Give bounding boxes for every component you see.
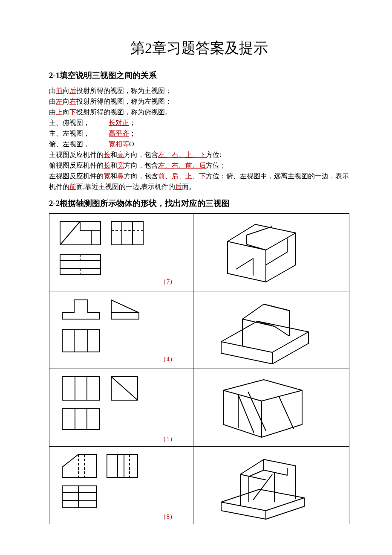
blank: 后 bbox=[175, 183, 182, 190]
txt: 方位: bbox=[206, 151, 221, 158]
blank: 长 bbox=[104, 162, 110, 169]
answer-number: （7） bbox=[54, 278, 189, 286]
three-view-diagram-1 bbox=[54, 218, 152, 278]
blank: 右 bbox=[69, 98, 76, 105]
txt: ； bbox=[129, 119, 136, 126]
txt: 向 bbox=[63, 87, 69, 94]
txt: 向 bbox=[63, 98, 69, 105]
isometric-cell bbox=[193, 214, 349, 291]
answer-number: （1） bbox=[54, 435, 189, 443]
three-view-diagram-4 bbox=[54, 451, 152, 513]
line-8: 俯视图反应机件的长和宽方向，包含左、右、前、后方位； bbox=[49, 160, 349, 171]
line-3: 由上向下投射所得的视图，称为俯视图。 bbox=[49, 107, 349, 117]
svg-rect-31 bbox=[78, 493, 96, 500]
blank: 左、右、前、后 bbox=[158, 162, 206, 169]
blank: 高平齐 bbox=[109, 130, 129, 137]
matching-table: （7） bbox=[49, 213, 349, 524]
line-9: 左视图反应机件的宽和鼻方向，包含前、后、上、下方位；俯、左视图中，远离主视图的一… bbox=[49, 171, 349, 192]
txt: 和 bbox=[110, 172, 117, 180]
txt: 投射所得的视图，称为左视图； bbox=[76, 98, 172, 105]
blank: 后 bbox=[69, 87, 76, 94]
blank: 左、右、上、下 bbox=[158, 151, 206, 158]
txt: O bbox=[129, 140, 134, 148]
txt: 由 bbox=[49, 98, 56, 105]
svg-rect-24 bbox=[107, 454, 138, 477]
views-cell: （7） bbox=[49, 214, 193, 291]
txt: 主、左视图， bbox=[49, 130, 90, 137]
document-page: 第2章习题答案及提示 2-1填空说明三视图之间的关系 由前向后投射所得的视图，称… bbox=[0, 0, 392, 541]
blank: 宽 bbox=[117, 162, 124, 169]
answer-block-2-1: 由前向后投射所得的视图，称为主视图； 由左向右投射所得的视图，称为左视图； 由上… bbox=[49, 85, 349, 192]
txt: 方向，包含 bbox=[124, 172, 158, 180]
txt: 投射所得的视图，称为俯视图。 bbox=[76, 108, 172, 116]
page-title: 第2章习题答案及提示 bbox=[49, 38, 349, 58]
views-cell: （8） bbox=[49, 447, 193, 524]
svg-line-1 bbox=[60, 221, 80, 245]
section-heading-2-1: 2-1填空说明三视图之间的关系 bbox=[49, 70, 349, 81]
blank: 前、后、上、下 bbox=[158, 172, 206, 180]
heading-text: 根据轴测图所示物体的形状，找出对应的三视图 bbox=[60, 199, 230, 208]
txt: 由 bbox=[49, 108, 56, 116]
line-5: 主、左视图，高平齐； bbox=[49, 128, 349, 139]
svg-line-18 bbox=[111, 377, 138, 400]
views-cell: （1） bbox=[49, 369, 193, 447]
isometric-cell bbox=[193, 291, 349, 369]
isometric-diagram-2 bbox=[198, 296, 326, 364]
blank: 宽 bbox=[104, 172, 110, 180]
isometric-cell bbox=[193, 369, 349, 447]
isometric-diagram-1 bbox=[198, 218, 326, 286]
heading-number: 2-2 bbox=[49, 199, 60, 208]
txt: 面;靠近主视图的一边,表示机件的 bbox=[76, 183, 175, 190]
txt: 方位； bbox=[206, 162, 226, 169]
txt: 左视图反应机件的 bbox=[49, 172, 104, 180]
table-row: （8） bbox=[49, 447, 349, 524]
blank: 高 bbox=[117, 151, 124, 158]
section-heading-2-2: 2-2根据轴测图所示物体的形状，找出对应的三视图 bbox=[49, 198, 349, 209]
svg-rect-6 bbox=[60, 254, 101, 275]
isometric-cell bbox=[193, 447, 349, 524]
heading-number: 2-1 bbox=[49, 71, 60, 80]
txt: 俯视图反应机件的 bbox=[49, 162, 104, 169]
three-view-diagram-3 bbox=[54, 373, 152, 435]
line-2: 由左向右投射所得的视图，称为左视图； bbox=[49, 96, 349, 107]
line-1: 由前向后投射所得的视图，称为主视图； bbox=[49, 85, 349, 96]
txt: 方向，包含 bbox=[124, 151, 158, 158]
txt: 主视图反应机件的 bbox=[49, 151, 104, 158]
txt: 俯、左视图， bbox=[49, 140, 90, 148]
blank: 长 bbox=[104, 151, 110, 158]
txt: 面。 bbox=[182, 183, 196, 190]
svg-rect-14 bbox=[62, 377, 100, 400]
txt: 向 bbox=[63, 108, 69, 116]
txt: 和 bbox=[110, 151, 117, 158]
answer-number: （8） bbox=[54, 513, 189, 521]
txt: 方向，包含 bbox=[124, 162, 158, 169]
svg-rect-2 bbox=[111, 221, 143, 245]
line-4: 主、俯视图，长对正； bbox=[49, 117, 349, 128]
txt: 由 bbox=[49, 87, 56, 94]
blank: 前 bbox=[69, 183, 76, 190]
blank: 长对正 bbox=[109, 119, 129, 126]
table-row: （4） bbox=[49, 291, 349, 369]
views-cell: （4） bbox=[49, 291, 193, 369]
three-view-diagram-2 bbox=[54, 296, 152, 355]
txt: 投射所得的视图，称为主视图； bbox=[76, 87, 172, 94]
line-7: 主视图反应机件的长和高方向，包含左、右、上、下方位: bbox=[49, 149, 349, 160]
line-6: 俯、左视图，宽相等O bbox=[49, 139, 349, 149]
txt: ； bbox=[129, 130, 136, 137]
blank: 前 bbox=[56, 87, 63, 94]
answer-number: （4） bbox=[54, 355, 189, 363]
svg-rect-19 bbox=[62, 408, 100, 430]
txt: 主、俯视图， bbox=[49, 119, 90, 126]
isometric-diagram-4 bbox=[198, 451, 326, 521]
blank: 鼻 bbox=[117, 172, 124, 180]
txt: 和 bbox=[110, 162, 117, 169]
table-row: （7） bbox=[49, 214, 349, 291]
blank: 上 bbox=[56, 108, 63, 116]
heading-text: 填空说明三视图之间的关系 bbox=[60, 71, 157, 80]
blank: 左 bbox=[56, 98, 63, 105]
blank: 下 bbox=[69, 108, 76, 116]
svg-rect-11 bbox=[62, 330, 100, 352]
table-row: （1） bbox=[49, 369, 349, 447]
isometric-diagram-3 bbox=[198, 373, 326, 442]
blank: 宽相等 bbox=[109, 140, 129, 148]
